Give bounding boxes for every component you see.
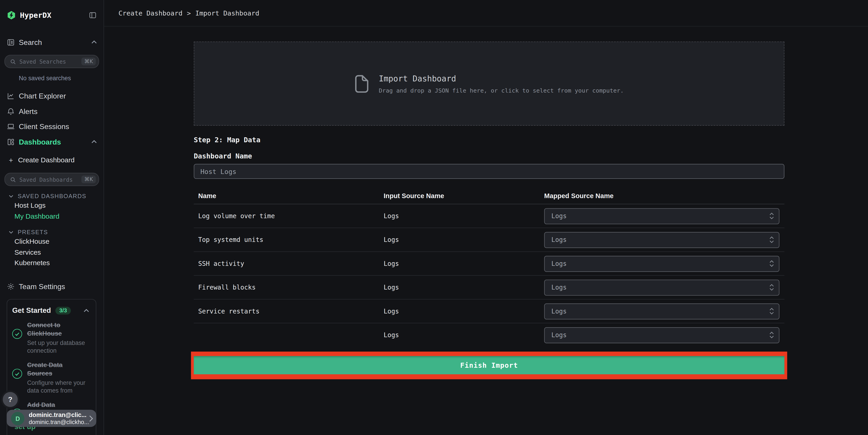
- get-started-step-connect[interactable]: Connect to ClickHouse Set up your databa…: [12, 321, 89, 354]
- chevron-up-icon: [91, 140, 97, 144]
- table-row: Log volume over time Logs Logs: [194, 204, 784, 228]
- select-chevrons-icon: [770, 332, 774, 338]
- check-circle-icon: [12, 369, 22, 379]
- sidebar-item-team-settings[interactable]: Team Settings: [0, 281, 103, 292]
- dashboard-name-label: Dashboard Name: [194, 152, 784, 160]
- mapped-source-select[interactable]: Logs: [544, 255, 779, 272]
- bell-icon: [7, 107, 15, 116]
- dashboards-grid-icon: [7, 138, 15, 146]
- mapped-source-select[interactable]: Logs: [544, 208, 779, 224]
- step-title: Add Data: [27, 401, 89, 409]
- presets-group[interactable]: PRESETS: [0, 227, 103, 237]
- plus-icon: +: [9, 156, 13, 164]
- chevron-up-icon: [84, 309, 89, 312]
- table-header-row: Name Input Source Name Mapped Source Nam…: [194, 186, 784, 205]
- finish-import-button[interactable]: Finish Import: [194, 356, 784, 374]
- group-label-text: SAVED DASHBOARDS: [18, 193, 86, 199]
- help-button[interactable]: ?: [1, 390, 20, 409]
- chevron-up-icon: [91, 40, 97, 44]
- import-dashboard-panel: Import Dashboard Drag and drop a JSON fi…: [194, 27, 784, 379]
- col-header-input-source: Input Source Name: [383, 192, 544, 200]
- selected-value: Logs: [545, 307, 567, 315]
- user-menu[interactable]: D dominic.tran@clic... dominic.tran@clic…: [7, 410, 96, 427]
- chart-name: SSH activity: [194, 260, 383, 268]
- step-heading: Step 2: Map Data: [194, 136, 784, 144]
- create-dashboard-button[interactable]: + Create Dashboard: [0, 155, 103, 166]
- nav-label: Chart Explorer: [19, 92, 97, 100]
- get-started-step-sources[interactable]: Create Data Sources Configure where your…: [12, 361, 89, 394]
- team-settings-label: Team Settings: [19, 282, 65, 291]
- saved-dashboards-input[interactable]: [20, 176, 82, 182]
- step-title: Connect to ClickHouse: [27, 321, 89, 338]
- chevron-right-icon: [89, 415, 93, 422]
- click-highlight-annotation: Finish Import: [191, 351, 787, 379]
- logo-row: HyperDX: [0, 0, 103, 22]
- step-desc: Configure where your data comes from: [27, 379, 89, 394]
- input-source-name: Logs: [383, 283, 544, 291]
- nav-label: Client Sessions: [19, 122, 97, 131]
- col-header-mapped-source: Mapped Source Name: [544, 192, 784, 200]
- group-label-text: PRESETS: [18, 229, 48, 235]
- mapped-source-select[interactable]: Logs: [544, 279, 779, 295]
- selected-value: Logs: [545, 212, 567, 220]
- gear-icon: [7, 282, 15, 291]
- hyperdx-logo-icon: [7, 10, 16, 20]
- selected-value: Logs: [545, 236, 567, 244]
- select-chevrons-icon: [770, 237, 774, 243]
- step-desc: Set up your database connection: [27, 339, 89, 354]
- saved-dashboards-search[interactable]: ⌘K: [4, 173, 99, 186]
- sidebar-item-host-logs[interactable]: Host Logs: [0, 200, 103, 211]
- json-file-dropzone[interactable]: Import Dashboard Drag and drop a JSON fi…: [194, 41, 784, 126]
- saved-dashboards-group[interactable]: SAVED DASHBOARDS: [0, 191, 103, 200]
- table-row: SSH activity Logs Logs: [194, 252, 784, 276]
- sidebar-item-services[interactable]: Services: [0, 247, 103, 258]
- col-header-name: Name: [194, 192, 383, 200]
- select-chevrons-icon: [770, 284, 774, 291]
- sidebar-item-kubernetes[interactable]: Kubernetes: [0, 258, 103, 269]
- get-started-header[interactable]: Get Started 3/3: [12, 306, 89, 314]
- breadcrumb: Create Dashboard > Import Dashboard: [104, 0, 868, 27]
- mapped-source-select[interactable]: Logs: [544, 303, 779, 319]
- nav-label: Dashboards: [19, 138, 91, 146]
- mapping-table: Name Input Source Name Mapped Source Nam…: [194, 186, 784, 347]
- sidebar-item-alerts[interactable]: Alerts: [0, 104, 103, 119]
- file-icon: [354, 74, 370, 93]
- sidebar-collapse-icon[interactable]: [89, 11, 97, 19]
- breadcrumb-separator: >: [187, 9, 191, 17]
- input-source-name: Logs: [383, 260, 544, 268]
- table-row: Firewall blocks Logs Logs: [194, 276, 784, 299]
- sidebar-search-label: Search: [19, 38, 91, 46]
- sidebar-item-client-sessions[interactable]: Client Sessions: [0, 119, 103, 134]
- mapped-source-select[interactable]: Logs: [544, 327, 779, 343]
- sidebar-item-clickhouse[interactable]: ClickHouse: [0, 237, 103, 247]
- no-saved-searches-text: No saved searches: [19, 75, 104, 82]
- app-window: HyperDX Search ⌘K No saved searches: [0, 0, 868, 435]
- selected-value: Logs: [545, 283, 567, 291]
- search-panel-icon: [7, 38, 15, 46]
- input-source-name: Logs: [383, 307, 544, 315]
- main-area: Create Dashboard > Import Dashboard Impo…: [104, 0, 868, 435]
- chart-name: Service restarts: [194, 307, 383, 315]
- step-title: Create Data Sources: [27, 361, 89, 377]
- sidebar-item-dashboards[interactable]: Dashboards: [0, 134, 103, 150]
- input-source-name: Logs: [383, 236, 544, 244]
- get-started-title: Get Started: [12, 306, 51, 314]
- dashboard-name-input[interactable]: [194, 164, 784, 179]
- shortcut-badge: ⌘K: [82, 176, 96, 183]
- search-icon: [10, 58, 16, 64]
- sidebar-item-chart-explorer[interactable]: Chart Explorer: [0, 89, 103, 104]
- progress-badge: 3/3: [55, 306, 71, 314]
- table-row: Logs Logs: [194, 323, 784, 346]
- sidebar-nav: Chart Explorer Alerts Client Sessions: [0, 89, 103, 150]
- sidebar-item-my-dashboard[interactable]: My Dashboard: [0, 211, 103, 222]
- create-dashboard-label: Create Dashboard: [18, 156, 74, 164]
- select-chevrons-icon: [770, 308, 774, 314]
- breadcrumb-create-dashboard[interactable]: Create Dashboard: [119, 9, 183, 17]
- saved-searches-input[interactable]: [20, 58, 82, 64]
- selected-value: Logs: [545, 260, 567, 268]
- saved-searches-search[interactable]: ⌘K: [4, 55, 99, 68]
- mapped-source-select[interactable]: Logs: [544, 231, 779, 248]
- sidebar-item-search[interactable]: Search: [0, 36, 103, 48]
- dropzone-subtitle: Drag and drop a JSON file here, or click…: [379, 87, 624, 93]
- selected-value: Logs: [545, 331, 567, 339]
